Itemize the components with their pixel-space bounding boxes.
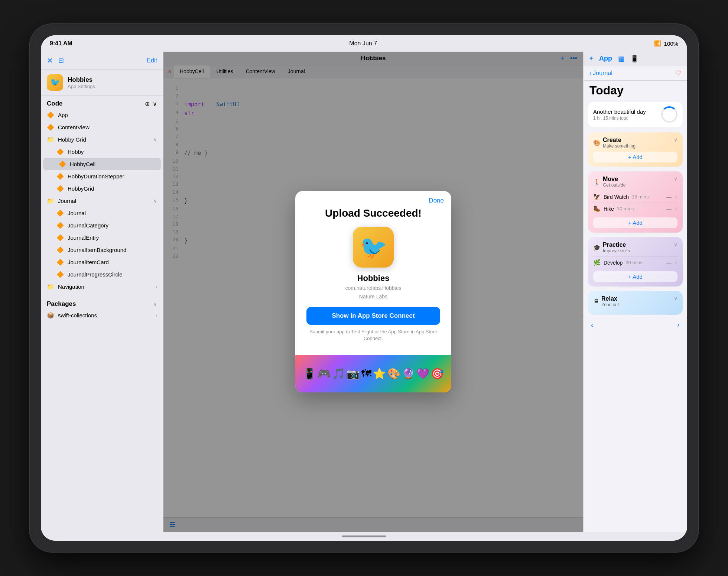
home-indicator-bar (41, 532, 687, 541)
activity-info: 🎓 Practice Improve skills (593, 242, 630, 253)
folder-row-left: 📁 Navigation (47, 283, 84, 290)
sidebar-item-contentview[interactable]: 🔶 ContentView (41, 121, 163, 133)
folder-icon: 📁 (47, 136, 54, 143)
bird-watch-icon: 🦅 (593, 193, 601, 200)
activity-chevron-icon[interactable]: ∨ (674, 242, 677, 247)
minus-icon[interactable]: — (666, 260, 672, 266)
panel-nav-right[interactable]: › (677, 320, 680, 329)
app-tab-button[interactable]: App (599, 55, 612, 63)
heart-icon[interactable]: ♡ (675, 69, 681, 77)
device-icon[interactable]: 📱 (630, 55, 638, 63)
activity-card-practice: 🎓 Practice Improve skills ∨ 🌿 Develop (588, 237, 683, 287)
practice-add-button[interactable]: + Add (593, 271, 677, 282)
relax-icon: 🖥 (593, 298, 599, 305)
back-label: Journal (593, 70, 612, 77)
add-code-icon[interactable]: ⊕ (145, 100, 150, 107)
row-left: 🌿 Develop 30 mins (593, 259, 643, 266)
sidebar-item-hobbydurationstepper[interactable]: 🔶 HobbyDurationStepper (41, 170, 163, 182)
panel-toolbar: ⌖ App ▦ 📱 (584, 52, 687, 66)
back-button[interactable]: ‹ Journal (589, 70, 612, 77)
sidebar-item-hobby[interactable]: 🔶 Hobby (41, 146, 163, 158)
activity-title: Relax (601, 295, 619, 302)
folder-icon: 📁 (47, 283, 54, 290)
sidebar-item-hobbygrid[interactable]: 🔶 HobbyGrid (41, 182, 163, 195)
activity-subtitle: Make something (603, 143, 636, 149)
sidebar: ✕ ⊟ Edit 🐦 Hobbies App Settings Code (41, 52, 163, 532)
panel-nav: ‹ › (584, 317, 687, 332)
app-info: Hobbies App Settings (68, 76, 95, 89)
plus-icon[interactable]: + (675, 260, 677, 266)
packages-section-header: Packages ∨ (41, 296, 163, 309)
move-add-button[interactable]: + Add (593, 217, 677, 228)
activity-card-move: 🚶 Move Get outside ∨ 🦅 Bird Watch (588, 171, 683, 233)
activity-controls: — + (666, 260, 677, 266)
folder-row-left: 📁 Journal (47, 197, 76, 204)
today-card-text: Another beautiful day (593, 109, 646, 115)
item-label: HobbyGrid (68, 185, 94, 192)
bar-chart-icon[interactable]: ▦ (618, 55, 624, 63)
edit-button[interactable]: Edit (147, 57, 157, 64)
folder-label: Hobby Grid (58, 136, 86, 143)
activity-duration: 30 mins (617, 206, 634, 211)
sidebar-item-journalcategory[interactable]: 🔶 JournalCategory (41, 219, 163, 232)
activity-subtitle: Zone out (601, 302, 619, 307)
plus-icon[interactable]: + (675, 206, 677, 212)
sidebar-header: ✕ ⊟ Edit (41, 52, 163, 70)
code-area: ••• Hobbies + ••• ✕ HobbyCell Utilities … (163, 52, 583, 532)
chevron-down-icon: ∨ (153, 198, 157, 204)
activity-row-hike: 🥾 Hike 30 mins — + (593, 203, 677, 214)
chevron-right-icon: › (156, 313, 157, 318)
activity-subtitle: Improve skills (603, 248, 630, 253)
sidebar-item-journalprogresscircle[interactable]: 🔶 JournalProgressCircle (41, 268, 163, 281)
app-strip: 📱 🎮 🎵 📷 🗺 ⭐ 🎨 🔮 💜 🎯 (295, 355, 451, 392)
panel-icons: ⌖ App ▦ 📱 (589, 55, 638, 63)
sidebar-item-app[interactable]: 🔶 App (41, 109, 163, 121)
code-chevron-icon[interactable]: ∨ (153, 100, 157, 107)
sidebar-item-journalitembackground[interactable]: 🔶 JournalItemBackground (41, 244, 163, 256)
packages-title: Packages (47, 300, 76, 308)
sidebar-item-journalentry[interactable]: 🔶 JournalEntry (41, 232, 163, 244)
sidebar-item-hobbycell[interactable]: 🔶 HobbyCell (43, 158, 161, 170)
item-label: App (58, 112, 68, 118)
folder-hobby-grid[interactable]: 📁 Hobby Grid ∨ (41, 133, 163, 146)
activity-name: Bird Watch (604, 194, 629, 200)
swift-icon: 🔶 (59, 161, 66, 168)
activity-chevron-icon[interactable]: ∨ (674, 176, 677, 182)
activity-chevron-icon[interactable]: ∨ (674, 295, 677, 301)
activity-chevron-icon[interactable]: ∨ (674, 137, 677, 143)
item-label: JournalCategory (68, 222, 108, 229)
activity-controls: — + (666, 194, 677, 200)
app-store-connect-button[interactable]: Show in App Store Connect (306, 307, 440, 325)
folder-row-left: 📁 Hobby Grid (47, 136, 86, 143)
close-icon[interactable]: ✕ (47, 56, 53, 65)
plus-icon[interactable]: + (675, 194, 677, 200)
folder-journal[interactable]: 📁 Journal ∨ (41, 195, 163, 207)
panel-header: ‹ Journal ♡ (584, 66, 687, 81)
item-label: ContentView (58, 124, 90, 130)
pointer-icon[interactable]: ⌖ (589, 55, 593, 63)
minus-icon[interactable]: — (666, 206, 672, 212)
done-button[interactable]: Done (429, 197, 444, 204)
activity-title: Create (603, 137, 636, 143)
folder-navigation[interactable]: 📁 Navigation › (41, 281, 163, 293)
app-item[interactable]: 🐦 Hobbies App Settings (41, 70, 163, 96)
ipad-screen: 9:41 AM Mon Jun 7 📶 100% ✕ ⊟ Edit (41, 35, 687, 541)
modal-bundle-id: com.naturelabs.Hobbies (306, 285, 440, 292)
swift-collections-item[interactable]: 📦 swift-collections › (41, 309, 163, 321)
status-bar: 9:41 AM Mon Jun 7 📶 100% (41, 35, 687, 52)
create-add-button[interactable]: + Add (593, 152, 677, 162)
split-view-icon[interactable]: ⊟ (58, 56, 64, 65)
minus-icon[interactable]: — (666, 194, 672, 200)
swift-icon: 🔶 (56, 271, 64, 278)
packages-chevron[interactable]: ∨ (153, 301, 157, 307)
panel-nav-left[interactable]: ‹ (591, 320, 594, 329)
modal-app-icon: 🐦 (353, 227, 394, 268)
today-card-info: Another beautiful day 1 hr, 15 mins tota… (593, 109, 646, 121)
sidebar-item-journal[interactable]: 🔶 Journal (41, 207, 163, 219)
create-icon: 🎨 (593, 139, 601, 146)
folder-row-left: 📦 swift-collections (47, 312, 97, 319)
sidebar-item-journalitemcard[interactable]: 🔶 JournalItemCard (41, 256, 163, 268)
swift-icon: 🔶 (56, 234, 64, 241)
activity-title: Practice (603, 242, 630, 248)
app-icon: 🐦 (47, 74, 63, 91)
